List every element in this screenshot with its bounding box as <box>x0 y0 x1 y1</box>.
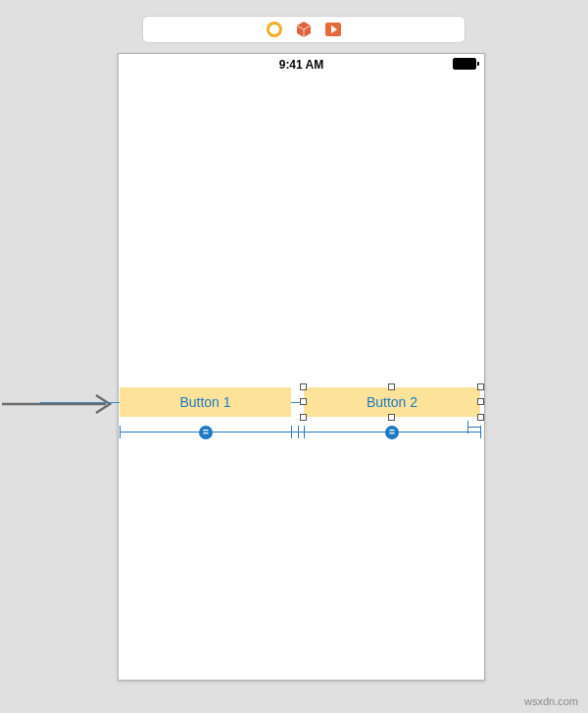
constraint-tick-icon <box>467 421 468 433</box>
status-time: 9:41 AM <box>279 58 324 72</box>
resize-handle-icon[interactable] <box>477 383 484 390</box>
annotation-arrow-icon <box>2 392 118 416</box>
resize-handle-icon[interactable] <box>477 398 484 405</box>
stop-icon[interactable] <box>266 21 283 38</box>
equal-width-badge[interactable]: = <box>385 426 399 439</box>
cube-icon[interactable] <box>295 21 313 38</box>
play-icon[interactable] <box>324 21 342 38</box>
button-2-label: Button 2 <box>367 394 417 410</box>
resize-handle-icon[interactable] <box>300 398 307 405</box>
resize-handle-icon[interactable] <box>300 414 307 421</box>
equal-width-badge[interactable]: = <box>199 426 213 439</box>
constraint-indicators: = = <box>120 424 485 447</box>
constraint-line-icon <box>291 432 304 433</box>
resize-handle-icon[interactable] <box>388 414 395 421</box>
battery-icon <box>453 58 476 70</box>
button-1[interactable]: Button 1 <box>120 387 291 417</box>
resize-handle-icon[interactable] <box>388 383 395 390</box>
resize-handle-icon[interactable] <box>477 414 484 421</box>
status-bar: 9:41 AM <box>119 54 484 76</box>
constraint-line-icon <box>467 427 481 428</box>
button-2[interactable]: Button 2 <box>304 387 480 417</box>
button-1-label: Button 1 <box>179 394 230 410</box>
ib-toolbar <box>142 16 466 43</box>
resize-handle-icon[interactable] <box>300 383 307 390</box>
watermark: wsxdn.com <box>524 695 578 707</box>
device-canvas: 9:41 AM <box>118 53 485 681</box>
